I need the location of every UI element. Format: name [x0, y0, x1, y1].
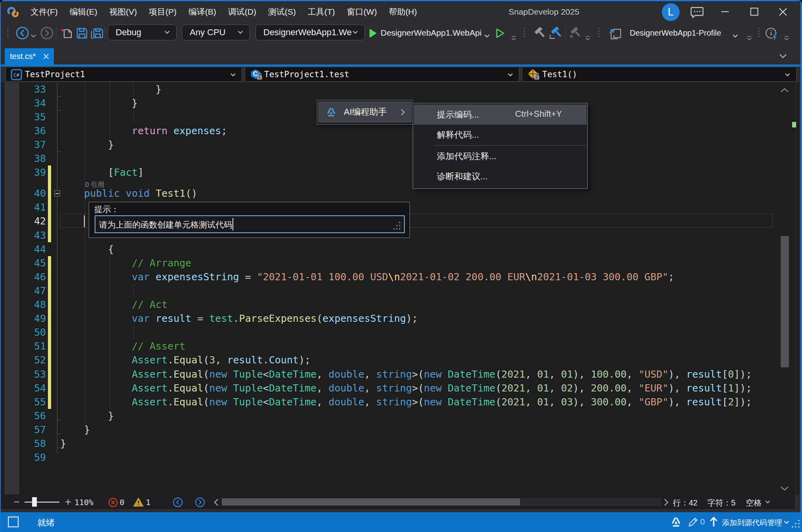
save-all-button[interactable]	[90, 27, 105, 40]
editor-bottom-bar: − + 110% 0 1 行：42 字	[1, 495, 796, 510]
line-number-40: 40	[20, 186, 46, 200]
window-border	[0, 0, 1, 532]
debug-config-dropdown[interactable]: Debug	[108, 25, 177, 40]
pending-edits-pencil-icon[interactable]	[688, 517, 699, 528]
start-debug-play-icon[interactable]	[369, 28, 377, 38]
zoom-in-button[interactable]: +	[63, 498, 73, 506]
ai-prompt-input[interactable]: 请为上面的函数创建单元格测试代码	[95, 215, 405, 233]
zoom-slider-thumb[interactable]	[32, 497, 37, 507]
menu-item-8[interactable]: 窗口(W)	[341, 1, 383, 22]
avatar[interactable]: L	[662, 3, 680, 21]
tab-list-dropdown-icon[interactable]	[779, 53, 787, 59]
menu-item-2[interactable]: 视图(V)	[103, 1, 143, 22]
line-number-47: 47	[20, 284, 46, 298]
codelens-references[interactable]: 0 引用	[85, 180, 104, 189]
ai-status-icon[interactable]	[669, 516, 683, 528]
code-editor[interactable]: 3334353637383940414243444546474849505152…	[1, 82, 799, 495]
vertical-scrollbar-thumb[interactable]	[781, 236, 789, 367]
line-number-43: 43	[20, 228, 46, 242]
ai-prompt-label: 提示：	[94, 204, 119, 215]
chevron-down-icon[interactable]	[784, 521, 789, 524]
add-to-source-control-button[interactable]: 添加到源代码管理	[722, 518, 782, 528]
menu-item-4[interactable]: 编译(B)	[183, 1, 222, 22]
minimize-button[interactable]	[716, 1, 734, 22]
info-button[interactable]	[765, 27, 779, 40]
background-tasks-icon[interactable]	[8, 517, 19, 527]
navigate-backward-icon[interactable]	[173, 497, 183, 507]
toolbar-drag-handle[interactable]	[524, 27, 525, 39]
toolbar-overflow-icon[interactable]	[783, 36, 790, 41]
whitespace-indicator[interactable]: 空格	[746, 498, 762, 508]
zoom-out-button[interactable]: −	[12, 498, 21, 507]
toolbar-overflow-icon[interactable]	[746, 36, 752, 41]
scroll-down-icon[interactable]	[779, 485, 791, 492]
new-file-button[interactable]	[59, 27, 73, 40]
toolbar-drag-handle[interactable]	[758, 27, 760, 39]
menu-item-6[interactable]: 测试(S)	[262, 1, 302, 22]
horizontal-scrollbar-track[interactable]	[222, 498, 661, 506]
code-line-42	[60, 214, 84, 228]
menu-item-7[interactable]: 工具(T)	[302, 1, 341, 22]
publish-profile-button[interactable]: DesignerWebApp1-Profile	[630, 28, 721, 38]
feedback-chat-icon[interactable]	[690, 6, 704, 19]
build-project-button[interactable]	[533, 27, 546, 39]
publish-profile-dropdown-icon[interactable]	[732, 34, 738, 38]
publish-button[interactable]	[608, 27, 623, 40]
submenu-item-1[interactable]: 解释代码...	[414, 125, 587, 145]
maximize-button[interactable]	[745, 1, 763, 22]
menu-item-0[interactable]: 文件(F)	[25, 1, 64, 22]
code-line-45: // Arrange	[60, 256, 191, 270]
cancel-build-button[interactable]	[569, 27, 581, 39]
zoom-percentage[interactable]: 110%	[74, 498, 93, 507]
submenu-item-0[interactable]: 提示编码...Ctrl+Shift+Y	[414, 104, 587, 125]
menu-item-5[interactable]: 调试(D)	[222, 1, 262, 22]
context-menu-item-ai-assistant[interactable]: AI编程助手	[318, 102, 411, 122]
menu-item-1[interactable]: 编辑(E)	[64, 1, 103, 22]
warning-icon[interactable]	[133, 497, 144, 507]
build-solution-button[interactable]	[549, 27, 562, 40]
nav-member-dropdown[interactable]: Test1()	[522, 67, 796, 82]
tab-test-cs[interactable]: test.cs*	[5, 48, 54, 65]
code-line-57: }	[60, 423, 90, 437]
debug-config-value: Debug	[108, 27, 141, 38]
submenu-item-label: 提示编码...	[437, 109, 479, 121]
toolbar-overflow-icon[interactable]	[511, 36, 517, 41]
caret-column-indicator[interactable]: 字符：5	[707, 498, 735, 508]
collapse-toggle-icon[interactable]	[54, 190, 60, 196]
startup-project-dropdown[interactable]: DesignerWebApp1.We	[255, 25, 365, 40]
line-number-39: 39	[20, 165, 46, 179]
run-target-dropdown-icon[interactable]	[484, 34, 490, 38]
nav-type-dropdown[interactable]: C TestProject1.test	[245, 67, 519, 82]
platform-value: Any CPU	[182, 27, 225, 38]
menu-item-9[interactable]: 帮助(H)	[383, 1, 423, 22]
toolbar-overflow-icon[interactable]	[585, 36, 591, 41]
navigate-forward-button[interactable]	[40, 27, 53, 40]
navigate-back-dropdown-icon[interactable]	[30, 34, 36, 38]
zoom-slider-track[interactable]	[25, 502, 59, 503]
toolbar-drag-handle[interactable]	[598, 27, 600, 39]
platform-dropdown[interactable]: Any CPU	[182, 25, 250, 40]
error-icon[interactable]	[108, 498, 118, 507]
navigate-back-button[interactable]	[16, 27, 29, 40]
horizontal-scrollbar-thumb[interactable]	[222, 498, 520, 505]
save-button[interactable]	[76, 27, 88, 40]
scroll-left-icon[interactable]	[213, 498, 219, 507]
nav-project-dropdown[interactable]: C# TestProject1	[6, 67, 242, 82]
toolbar-drag-handle[interactable]	[7, 27, 9, 39]
navigate-forward-icon[interactable]	[195, 497, 205, 507]
menu-item-3[interactable]: 项目(P)	[143, 1, 183, 22]
submenu-item-3[interactable]: 诊断和建议...	[414, 166, 587, 186]
close-button[interactable]	[774, 1, 792, 22]
scroll-right-icon[interactable]	[663, 498, 669, 507]
class-icon: C	[250, 68, 263, 81]
push-up-arrow-icon[interactable]	[709, 516, 719, 528]
resize-grip-icon[interactable]	[393, 221, 401, 230]
run-target-button[interactable]: DesignerWebApp1.WebApi	[381, 28, 482, 38]
window-resize-grip[interactable]	[791, 519, 800, 528]
start-without-debug-icon[interactable]	[496, 28, 505, 38]
submenu-item-2[interactable]: 添加代码注释...	[414, 146, 587, 166]
pending-changes-count[interactable]: 0	[700, 517, 705, 526]
caret-line-indicator[interactable]: 行：42	[673, 498, 697, 508]
tab-close-icon[interactable]	[42, 53, 50, 60]
scroll-up-icon[interactable]	[779, 87, 791, 93]
